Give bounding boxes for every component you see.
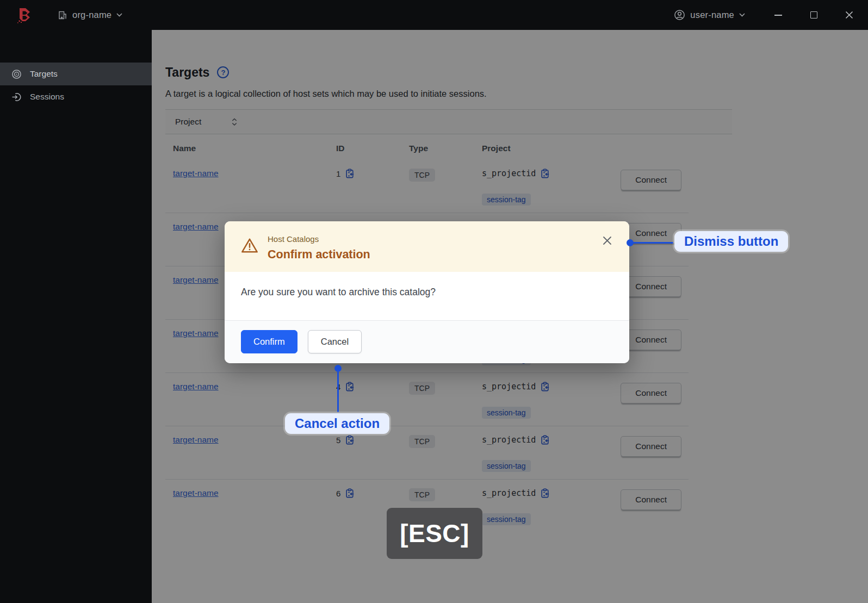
dismiss-annotation-line: [633, 242, 673, 244]
dialog-context: Host Catalogs: [268, 234, 370, 245]
org-icon: [58, 10, 67, 20]
avatar-icon: [674, 9, 685, 21]
dismiss-button[interactable]: [601, 234, 613, 246]
sidebar-item-sessions[interactable]: Sessions: [0, 85, 152, 108]
boundary-logo-icon[interactable]: [16, 7, 33, 23]
topbar: org-name user-name: [0, 0, 868, 30]
dialog-footer: Confirm Cancel: [225, 320, 629, 363]
cancel-annotation-line: [337, 372, 339, 412]
chevron-down-icon: [739, 13, 745, 17]
user-menu[interactable]: user-name: [674, 9, 745, 21]
warning-icon: [241, 238, 258, 262]
sidebar-item-label: Targets: [30, 69, 58, 79]
dialog-message: Are you sure you want to archive this ca…: [225, 272, 629, 320]
close-window-button[interactable]: [844, 10, 854, 20]
sidebar-item-targets[interactable]: Targets: [0, 63, 152, 85]
sidebar: Targets Sessions: [0, 30, 152, 603]
maximize-button[interactable]: [809, 10, 819, 20]
minimize-button[interactable]: [773, 10, 783, 20]
target-icon: [11, 69, 22, 79]
user-name-label: user-name: [690, 10, 734, 20]
confirm-dialog: Host Catalogs Confirm activation Are you…: [225, 221, 629, 363]
cancel-button[interactable]: Cancel: [308, 330, 362, 353]
sessions-icon: [11, 92, 22, 102]
sidebar-item-label: Sessions: [30, 92, 64, 102]
chevron-down-icon: [116, 13, 122, 17]
cancel-annotation-dot: [334, 365, 342, 372]
dialog-title: Confirm activation: [268, 247, 370, 262]
esc-key-indicator: [ESC]: [387, 508, 482, 559]
dismiss-annotation-label: Dismiss button: [674, 231, 788, 252]
cancel-annotation-label: Cancel action: [285, 413, 389, 434]
org-name-label: org-name: [72, 10, 111, 20]
dialog-header: Host Catalogs Confirm activation: [225, 221, 629, 272]
confirm-button[interactable]: Confirm: [241, 330, 297, 353]
org-switcher[interactable]: org-name: [58, 10, 122, 20]
